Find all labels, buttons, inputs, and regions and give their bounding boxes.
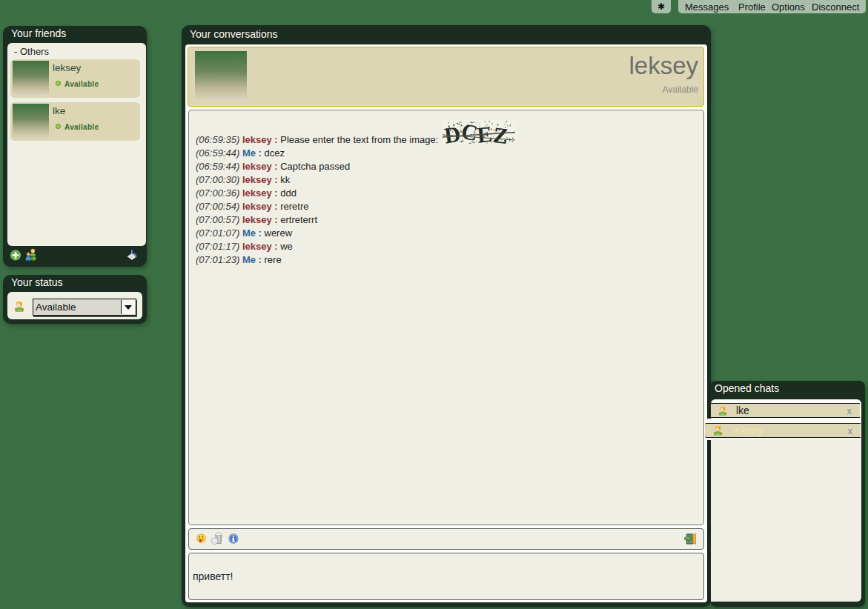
svg-text:E: E bbox=[476, 122, 493, 144]
